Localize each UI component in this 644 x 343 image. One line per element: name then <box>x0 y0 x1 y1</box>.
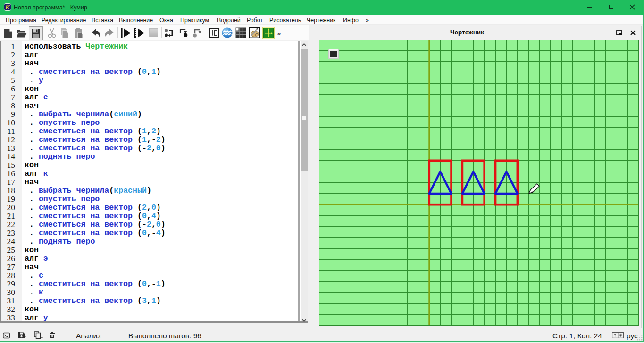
svg-text:K: K <box>6 4 10 11</box>
